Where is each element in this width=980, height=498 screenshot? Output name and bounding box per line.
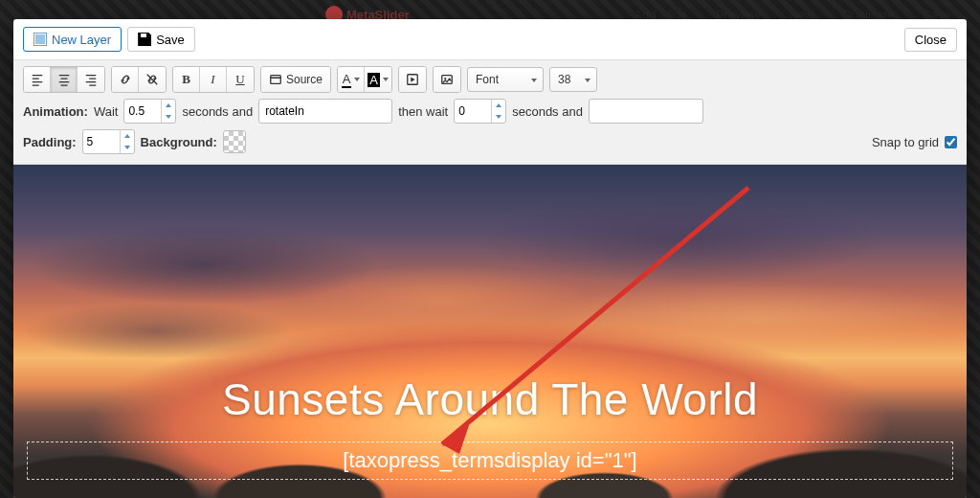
editor-toolbar: B I U Source A A xyxy=(13,59,967,165)
link-group xyxy=(111,66,167,93)
italic-button[interactable]: I xyxy=(200,67,227,92)
seconds-and-2: seconds and xyxy=(512,104,583,119)
delay-out-input[interactable] xyxy=(454,99,506,124)
align-center-button[interactable] xyxy=(51,67,78,92)
align-left-button[interactable] xyxy=(24,67,51,92)
bg-color-button[interactable]: A xyxy=(365,67,391,92)
background-label: Background: xyxy=(141,135,217,149)
svg-point-3 xyxy=(444,78,446,79)
color-group: A A xyxy=(337,66,392,93)
media-icon xyxy=(406,73,419,86)
close-button[interactable]: Close xyxy=(904,28,957,52)
delay-in-down[interactable] xyxy=(162,111,175,123)
slide-title-layer[interactable]: Sunsets Around The World xyxy=(13,374,967,425)
image-icon xyxy=(440,73,454,86)
padding-input[interactable] xyxy=(82,129,135,154)
save-button[interactable]: Save xyxy=(127,27,195,52)
link-button[interactable] xyxy=(112,67,139,92)
slide-canvas[interactable]: Sunsets Around The World [taxopress_term… xyxy=(13,165,967,498)
delay-out-up[interactable] xyxy=(492,100,505,111)
source-icon xyxy=(269,73,282,86)
svg-rect-0 xyxy=(271,76,281,84)
delay-out-down[interactable] xyxy=(492,111,505,123)
text-color-button[interactable]: A xyxy=(338,67,365,92)
delay-in-up[interactable] xyxy=(162,100,175,111)
seconds-and-1: seconds and xyxy=(182,104,253,119)
layer-icon xyxy=(33,33,47,46)
background-color-swatch[interactable] xyxy=(223,130,246,153)
animation-out-input[interactable] xyxy=(589,99,703,124)
bold-button[interactable]: B xyxy=(173,67,200,92)
padding-down[interactable] xyxy=(121,142,134,153)
padding-up[interactable] xyxy=(121,130,134,142)
insert-media-button[interactable] xyxy=(399,67,426,92)
underline-button[interactable]: U xyxy=(227,67,254,92)
animation-in-input[interactable] xyxy=(258,99,392,124)
insert-image-button[interactable] xyxy=(434,67,460,92)
new-layer-button[interactable]: New Layer xyxy=(23,27,122,52)
source-button[interactable]: Source xyxy=(261,67,330,92)
align-right-button[interactable] xyxy=(78,67,104,92)
text-style-group: B I U xyxy=(172,66,255,93)
font-family-select[interactable]: Font xyxy=(467,67,544,92)
align-group xyxy=(23,66,105,93)
wait-label-1: Wait xyxy=(94,104,119,119)
snap-to-grid[interactable]: Snap to grid xyxy=(872,135,957,149)
animation-label: Animation: xyxy=(23,104,88,119)
padding-label: Padding: xyxy=(23,135,77,149)
snap-to-grid-checkbox[interactable] xyxy=(945,136,957,148)
then-wait-label: then wait xyxy=(398,104,448,119)
slide-shortcode-layer[interactable]: [taxopress_termsdisplay id="1"] xyxy=(27,441,953,480)
delay-in-input[interactable] xyxy=(123,99,176,124)
modal-header: New Layer Save Close xyxy=(13,19,967,59)
font-size-select[interactable]: 38 xyxy=(549,67,597,92)
layer-editor-modal: New Layer Save Close xyxy=(13,19,967,498)
unlink-button[interactable] xyxy=(139,67,166,92)
save-icon xyxy=(138,33,151,46)
